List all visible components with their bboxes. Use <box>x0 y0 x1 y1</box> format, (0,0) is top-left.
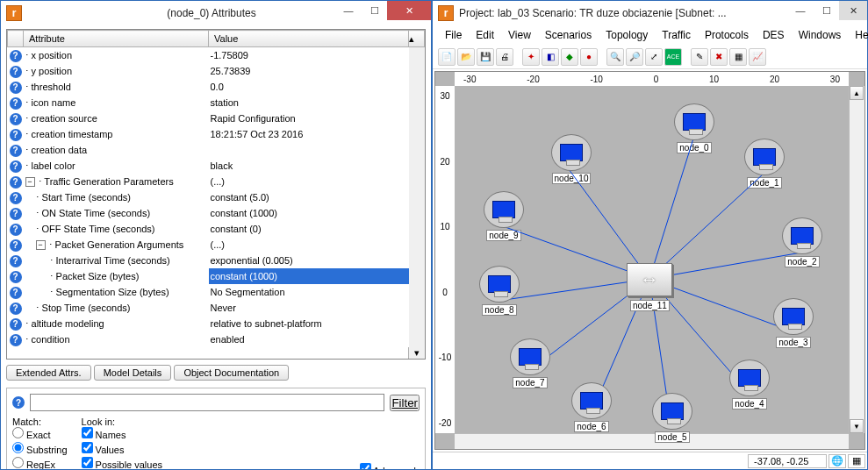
attribute-value[interactable] <box>209 142 409 158</box>
attribute-value[interactable]: Never <box>209 300 409 316</box>
help-icon[interactable]: ? <box>10 287 22 299</box>
filter-input[interactable] <box>30 394 384 411</box>
model-details-button[interactable]: Model Details <box>94 365 172 381</box>
fit-icon[interactable]: ⤢ <box>645 48 663 66</box>
attribute-row[interactable]: ?⋅ icon namestation <box>8 95 425 110</box>
new-icon[interactable]: 📄 <box>438 48 456 66</box>
attribute-row[interactable]: ?⋅ conditionenabled <box>8 331 425 347</box>
attribute-row[interactable]: ?⋅ creation sourceRapid Configuration <box>8 110 425 126</box>
menu-des[interactable]: DES <box>756 27 792 43</box>
titlebar-left[interactable]: r (node_0) Attributes — ☐ ✕ <box>1 1 431 25</box>
attribute-row[interactable]: ?⋅ ON State Time (seconds)constant (1000… <box>8 205 425 221</box>
menu-help[interactable]: Help <box>848 27 868 43</box>
status-icon[interactable]: 🌐 <box>829 454 846 468</box>
tool-icon[interactable]: ▦ <box>729 48 747 66</box>
menu-topology[interactable]: Topology <box>599 27 655 43</box>
help-icon[interactable]: ? <box>10 239 22 252</box>
help-icon[interactable]: ? <box>10 145 22 157</box>
titlebar-right[interactable]: r Project: lab_03 Scenario: TR duze obci… <box>433 1 867 25</box>
minimize-button[interactable]: — <box>786 1 814 20</box>
attribute-value[interactable]: constant (1000) <box>209 205 409 221</box>
help-icon[interactable]: ? <box>10 50 22 62</box>
attribute-row[interactable]: ?⋅ creation timestamp18:21:57 Oct 23 201… <box>8 126 425 142</box>
attribute-value[interactable]: Rapid Configuration <box>209 110 409 126</box>
scroll-down-button[interactable]: ▾ <box>409 347 425 359</box>
attribute-value[interactable]: 18:21:57 Oct 23 2016 <box>209 126 409 142</box>
attribute-row[interactable]: ?⋅ label colorblack <box>8 158 425 174</box>
expand-toggle-icon[interactable]: − <box>36 240 46 250</box>
match-substring-radio[interactable] <box>12 442 24 453</box>
print-icon[interactable]: 🖨 <box>496 48 513 66</box>
attribute-row[interactable]: ?⋅ OFF State Time (seconds)constant (0) <box>8 221 425 237</box>
attribute-row[interactable]: ?⋅ threshold0.0 <box>8 79 425 95</box>
vertical-scrollbar[interactable]: ▲▼ <box>849 86 864 433</box>
zoom-out-icon[interactable]: 🔎 <box>626 48 643 66</box>
attribute-value[interactable]: constant (0) <box>209 221 409 237</box>
menu-protocols[interactable]: Protocols <box>698 27 756 43</box>
extended-attrs-button[interactable]: Extended Attrs. <box>6 365 91 381</box>
attribute-row[interactable]: ?−⋅ Packet Generation Arguments(...) <box>8 237 425 253</box>
help-icon[interactable]: ? <box>10 303 22 315</box>
menu-edit[interactable]: Edit <box>469 27 501 43</box>
attribute-value[interactable]: exponential (0.005) <box>209 253 409 268</box>
help-icon[interactable]: ? <box>10 82 22 94</box>
attribute-value[interactable]: relative to subnet-platform <box>209 316 409 331</box>
help-icon[interactable]: ? <box>10 129 22 141</box>
close-button[interactable]: ✕ <box>387 1 431 20</box>
scroll-up-button[interactable]: ▴ <box>409 31 425 47</box>
look-possible-check[interactable] <box>82 457 93 468</box>
help-icon[interactable]: ? <box>10 66 22 78</box>
attribute-value[interactable]: station <box>209 95 409 110</box>
attribute-value[interactable]: (...) <box>209 174 409 189</box>
match-regex-radio[interactable] <box>12 457 24 468</box>
help-icon[interactable]: ? <box>10 318 22 331</box>
attribute-row[interactable]: ?⋅ y position25.73839 <box>8 63 425 79</box>
look-values-check[interactable] <box>82 442 93 453</box>
filter-button[interactable]: Filter <box>390 395 420 411</box>
attribute-row[interactable]: ?⋅ Segmentation Size (bytes)No Segmentat… <box>8 284 425 300</box>
attribute-value[interactable]: 0.0 <box>209 79 409 95</box>
tool-icon[interactable]: ● <box>580 48 598 66</box>
help-icon[interactable]: ? <box>10 160 22 173</box>
minimize-button[interactable]: — <box>334 1 362 20</box>
expand-toggle-icon[interactable]: − <box>25 177 35 187</box>
attributes-table[interactable]: Attribute Value ▴ ?⋅ x position-1.75809?… <box>6 29 426 360</box>
object-documentation-button[interactable]: Object Documentation <box>174 365 289 381</box>
help-icon[interactable]: ? <box>12 396 25 409</box>
attribute-value[interactable]: black <box>209 158 409 174</box>
tool-icon[interactable]: ✖ <box>710 48 728 66</box>
help-icon[interactable]: ? <box>10 224 22 236</box>
advanced-check[interactable] <box>360 463 371 469</box>
attribute-row[interactable]: ?⋅ Stop Time (seconds)Never <box>8 300 425 316</box>
attribute-value[interactable]: No Segmentation <box>209 284 409 300</box>
attribute-value[interactable]: constant (5.0) <box>209 189 409 205</box>
attribute-row[interactable]: ?⋅ creation data <box>8 142 425 158</box>
attribute-row[interactable]: ?−⋅ Traffic Generation Parameters(...) <box>8 174 425 189</box>
zoom-in-icon[interactable]: 🔍 <box>606 48 624 66</box>
tool-icon[interactable]: 📈 <box>749 48 766 66</box>
close-button[interactable]: ✕ <box>839 1 867 20</box>
menu-file[interactable]: File <box>438 27 469 43</box>
header-icon-col[interactable] <box>8 31 24 47</box>
attribute-row[interactable]: ?⋅ Packet Size (bytes)constant (1000) <box>8 268 425 284</box>
help-icon[interactable]: ? <box>10 176 22 189</box>
match-exact-radio[interactable] <box>12 427 24 438</box>
header-attribute[interactable]: Attribute <box>24 31 209 47</box>
tool-icon[interactable]: ◧ <box>542 48 559 66</box>
tool-icon[interactable]: ✦ <box>522 48 540 66</box>
help-icon[interactable]: ? <box>10 208 22 220</box>
maximize-button[interactable]: ☐ <box>362 1 387 20</box>
look-names-check[interactable] <box>82 427 93 438</box>
tool-icon[interactable]: ◆ <box>561 48 578 66</box>
header-value[interactable]: Value <box>209 31 409 47</box>
help-icon[interactable]: ? <box>10 271 22 283</box>
status-icon[interactable]: ▦ <box>848 454 865 468</box>
attribute-value[interactable]: (...) <box>209 237 409 253</box>
help-icon[interactable]: ? <box>10 113 22 125</box>
maximize-button[interactable]: ☐ <box>814 1 839 20</box>
attribute-value[interactable]: enabled <box>209 331 409 347</box>
attribute-value[interactable]: constant (1000) <box>209 268 409 284</box>
attribute-row[interactable]: ?⋅ x position-1.75809 <box>8 47 425 64</box>
menu-windows[interactable]: Windows <box>792 27 849 43</box>
save-icon[interactable]: 💾 <box>477 48 494 66</box>
